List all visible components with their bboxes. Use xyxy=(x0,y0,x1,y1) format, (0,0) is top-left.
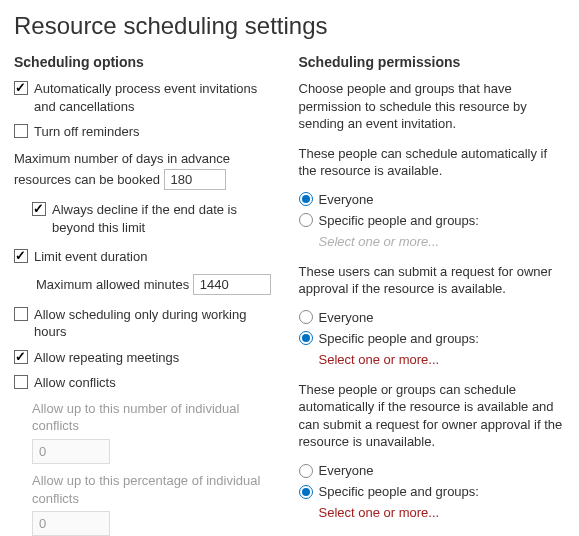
auto-process-label: Automatically process event invitations … xyxy=(34,80,281,115)
perm-group3-everyone-label: Everyone xyxy=(319,463,374,478)
perm-group-auto-schedule: These people can schedule automatically … xyxy=(299,145,566,249)
turn-off-reminders-checkbox[interactable] xyxy=(14,124,28,138)
conflicts-num-label: Allow up to this number of individual co… xyxy=(32,400,281,435)
perm-group2-select-link[interactable]: Select one or more... xyxy=(319,352,566,367)
limit-duration-checkbox[interactable] xyxy=(14,249,28,263)
conflicts-num-input[interactable] xyxy=(32,439,110,464)
auto-process-checkbox[interactable] xyxy=(14,81,28,95)
permissions-intro: Choose people and groups that have permi… xyxy=(299,80,566,133)
conflicts-pct-label: Allow up to this percentage of individua… xyxy=(32,472,281,507)
limit-duration-label: Limit event duration xyxy=(34,248,281,266)
perm-group2-everyone-label: Everyone xyxy=(319,310,374,325)
repeating-checkbox[interactable] xyxy=(14,350,28,364)
scheduling-options-panel: Scheduling options Automatically process… xyxy=(14,54,281,536)
perm-group3-specific-label: Specific people and groups: xyxy=(319,484,479,499)
perm-group3-specific-radio[interactable] xyxy=(299,485,313,499)
scheduling-permissions-panel: Scheduling permissions Choose people and… xyxy=(299,54,566,536)
perm-group1-specific-label: Specific people and groups: xyxy=(319,213,479,228)
repeating-label: Allow repeating meetings xyxy=(34,349,281,367)
max-days-input[interactable] xyxy=(164,169,226,190)
perm-group3-select-link[interactable]: Select one or more... xyxy=(319,505,566,520)
perm-group2-everyone-radio[interactable] xyxy=(299,310,313,324)
max-minutes-label: Maximum allowed minutes xyxy=(36,277,189,292)
perm-group1-select-link: Select one or more... xyxy=(319,234,566,249)
perm-group-request-approval: These users can submit a request for own… xyxy=(299,263,566,367)
working-hours-checkbox[interactable] xyxy=(14,307,28,321)
perm-group-mixed: These people or groups can schedule auto… xyxy=(299,381,566,520)
working-hours-label: Allow scheduling only during working hou… xyxy=(34,306,281,341)
allow-conflicts-label: Allow conflicts xyxy=(34,374,281,392)
perm-group2-desc: These users can submit a request for own… xyxy=(299,263,566,298)
perm-group2-specific-radio[interactable] xyxy=(299,331,313,345)
perm-group3-everyone-radio[interactable] xyxy=(299,464,313,478)
allow-conflicts-checkbox[interactable] xyxy=(14,375,28,389)
perm-group1-everyone-radio[interactable] xyxy=(299,192,313,206)
max-minutes-input[interactable] xyxy=(193,274,271,295)
scheduling-options-heading: Scheduling options xyxy=(14,54,281,70)
perm-group3-desc: These people or groups can schedule auto… xyxy=(299,381,566,451)
turn-off-reminders-label: Turn off reminders xyxy=(34,123,281,141)
scheduling-permissions-heading: Scheduling permissions xyxy=(299,54,566,70)
always-decline-checkbox[interactable] xyxy=(32,202,46,216)
perm-group2-specific-label: Specific people and groups: xyxy=(319,331,479,346)
conflicts-pct-input[interactable] xyxy=(32,511,110,536)
page-title: Resource scheduling settings xyxy=(14,12,565,40)
perm-group1-specific-radio[interactable] xyxy=(299,213,313,227)
always-decline-label: Always decline if the end date is beyond… xyxy=(52,201,281,236)
perm-group1-desc: These people can schedule automatically … xyxy=(299,145,566,180)
perm-group1-everyone-label: Everyone xyxy=(319,192,374,207)
